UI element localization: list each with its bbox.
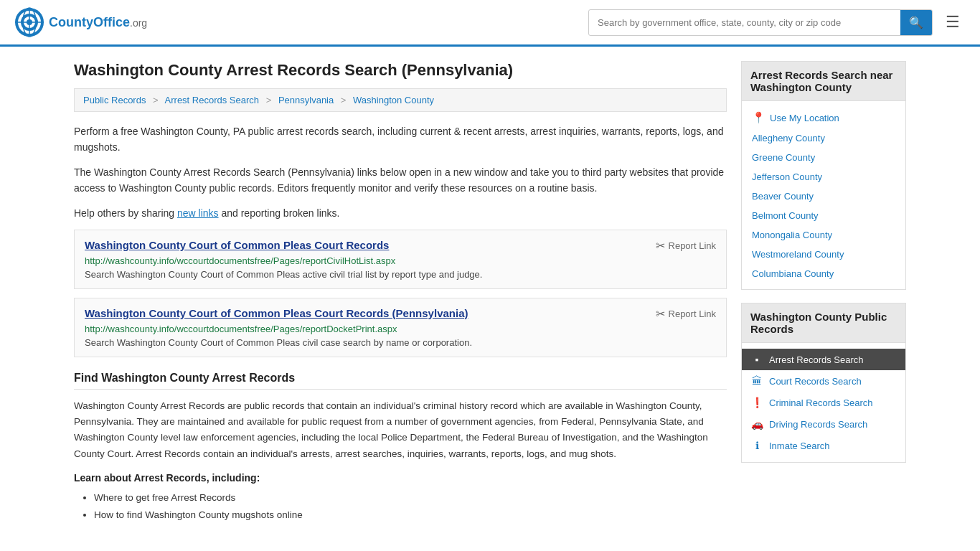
report-link-2[interactable]: ✂ Report Link <box>656 307 716 321</box>
link-card-1-desc: Search Washington County Court of Common… <box>85 269 716 280</box>
nearby-content: 📍 Use My Location Allegheny County Green… <box>742 101 905 289</box>
pub-rec-inmate[interactable]: ℹ Inmate Search <box>742 435 905 456</box>
inmate-icon: ℹ <box>750 440 763 451</box>
link-card-1-title[interactable]: Washington County Court of Common Pleas … <box>85 239 389 251</box>
nearby-beaver[interactable]: Beaver County <box>742 187 905 206</box>
page-title: Washington County Arrest Records Search … <box>74 61 727 80</box>
learn-heading: Learn about Arrest Records, including: <box>74 472 727 484</box>
link-card-2-title[interactable]: Washington County Court of Common Pleas … <box>85 307 468 319</box>
pub-rec-criminal[interactable]: ❗ Criminal Records Search <box>742 392 905 413</box>
report-icon-1: ✂ <box>656 239 665 253</box>
breadcrumb-pennsylvania[interactable]: Pennsylvania <box>278 95 334 105</box>
report-link-1[interactable]: ✂ Report Link <box>656 239 716 253</box>
logo-text: CountyOffice.org <box>49 15 147 30</box>
nearby-allegheny[interactable]: Allegheny County <box>742 128 905 148</box>
report-icon-2: ✂ <box>656 307 665 321</box>
search-input[interactable] <box>589 11 900 34</box>
nearby-belmont[interactable]: Belmont County <box>742 206 905 225</box>
pin-icon: 📍 <box>752 111 765 124</box>
nearby-monongalia[interactable]: Monongalia County <box>742 225 905 245</box>
nearby-jefferson[interactable]: Jefferson County <box>742 167 905 187</box>
nearby-columbiana[interactable]: Columbiana County <box>742 264 905 283</box>
arrest-icon: ▪ <box>750 354 763 365</box>
search-button[interactable]: 🔍 <box>900 10 932 35</box>
logo-icon <box>14 7 44 37</box>
search-bar: 🔍 <box>588 9 933 36</box>
public-records-title: Washington County Public Records <box>742 303 905 343</box>
public-records-box: Washington County Public Records ▪ Arres… <box>741 303 906 463</box>
nearby-box: Arrest Records Search near Washington Co… <box>741 61 906 290</box>
link-card-1: Washington County Court of Common Pleas … <box>74 230 727 289</box>
nearby-westmoreland[interactable]: Westmoreland County <box>742 245 905 264</box>
nearby-title: Arrest Records Search near Washington Co… <box>742 62 905 101</box>
link-card-2-desc: Search Washington County Court of Common… <box>85 337 716 348</box>
new-links-link[interactable]: new links <box>177 207 219 219</box>
bullet-item-2: How to find Washington County mugshots o… <box>94 507 727 524</box>
description-1: Perform a free Washington County, PA pub… <box>74 123 727 156</box>
header-right: 🔍 ☰ <box>588 9 966 36</box>
driving-icon: 🚗 <box>750 418 763 430</box>
menu-button[interactable]: ☰ <box>940 10 966 34</box>
use-my-location[interactable]: 📍 Use My Location <box>742 107 905 128</box>
court-icon: 🏛 <box>750 375 763 387</box>
logo-area: CountyOffice.org <box>14 7 147 37</box>
breadcrumb-arrest-records[interactable]: Arrest Records Search <box>165 95 260 105</box>
link-card-2-url: http://washcounty.info/wccourtdocumentsf… <box>85 324 716 334</box>
learn-bullets-list: Where to get free Arrest Records How to … <box>74 489 727 524</box>
find-section-title: Find Washington County Arrest Records <box>74 372 727 390</box>
link-card-2: Washington County Court of Common Pleas … <box>74 298 727 357</box>
breadcrumb-washington-county[interactable]: Washington County <box>353 95 434 105</box>
main-container: Washington County Arrest Records Search … <box>60 47 920 539</box>
public-records-content: ▪ Arrest Records Search 🏛 Court Records … <box>742 343 905 462</box>
link-card-1-url: http://washcounty.info/wccourtdocumentsf… <box>85 255 716 266</box>
criminal-icon: ❗ <box>750 397 763 408</box>
site-header: CountyOffice.org 🔍 ☰ <box>0 0 980 47</box>
description-2: The Washington County Arrest Records Sea… <box>74 164 727 197</box>
find-section-body: Washington County Arrest Records are pub… <box>74 398 727 462</box>
description-3: Help others by sharing new links and rep… <box>74 205 727 221</box>
sidebar: Arrest Records Search near Washington Co… <box>741 61 906 524</box>
pub-rec-driving[interactable]: 🚗 Driving Records Search <box>742 413 905 435</box>
breadcrumb: Public Records > Arrest Records Search >… <box>74 88 727 112</box>
pub-rec-court[interactable]: 🏛 Court Records Search <box>742 370 905 392</box>
pub-rec-arrest[interactable]: ▪ Arrest Records Search <box>742 349 905 370</box>
content-area: Washington County Arrest Records Search … <box>74 61 727 524</box>
breadcrumb-public-records[interactable]: Public Records <box>83 95 146 105</box>
bullet-item-1: Where to get free Arrest Records <box>94 489 727 507</box>
nearby-greene[interactable]: Greene County <box>742 148 905 167</box>
use-location-link[interactable]: Use My Location <box>770 113 839 123</box>
